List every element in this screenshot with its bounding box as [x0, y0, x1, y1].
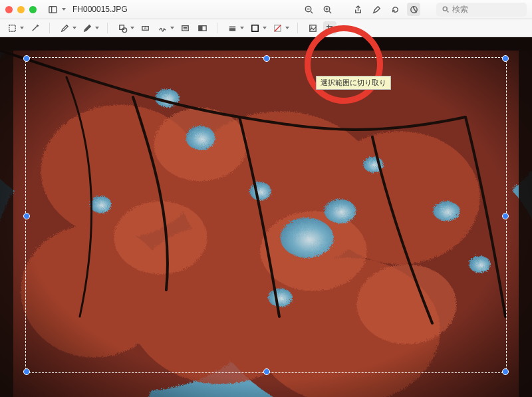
image-desc-icon: [308, 23, 318, 33]
signature-icon: [158, 23, 168, 33]
svg-line-6: [329, 11, 331, 13]
note-icon: [180, 23, 190, 33]
highlighter-icon: [372, 5, 382, 15]
svg-rect-0: [49, 6, 56, 12]
image-description-button[interactable]: [306, 21, 319, 35]
adjust-color-icon: [198, 23, 207, 33]
window-controls: [5, 6, 37, 13]
svg-line-11: [447, 11, 448, 12]
shapes-button[interactable]: [116, 21, 129, 35]
svg-rect-59: [0, 37, 532, 51]
share-icon: [353, 5, 363, 15]
svg-rect-61: [519, 37, 532, 397]
zoom-out-button[interactable]: [302, 3, 315, 16]
border-color-icon: [250, 23, 260, 33]
crop-button[interactable]: [323, 21, 336, 35]
svg-point-29: [311, 26, 312, 27]
separator: [107, 23, 108, 33]
svg-rect-25: [251, 25, 257, 31]
wand-icon: [30, 23, 40, 33]
image-canvas[interactable]: 選択範囲に切り取り: [0, 37, 532, 397]
highlight-button[interactable]: [370, 3, 383, 16]
chevron-down-icon[interactable]: [72, 27, 76, 29]
svg-point-14: [122, 28, 127, 33]
border-color-button[interactable]: [248, 21, 261, 35]
titlebar: FH000015.JPG 検索: [0, 0, 532, 19]
sketch-button[interactable]: [58, 21, 71, 35]
stroke-width-button[interactable]: [225, 21, 239, 35]
sidebar-icon: [48, 5, 58, 15]
sidebar-toggle-button[interactable]: [46, 3, 59, 16]
zoom-in-icon: [323, 5, 332, 15]
rotate-icon: [390, 5, 400, 15]
zoom-in-button[interactable]: [321, 3, 334, 16]
selection-rect-icon: [7, 23, 17, 33]
selection-tool-button[interactable]: [5, 21, 19, 35]
adjust-color-button[interactable]: [196, 21, 209, 35]
pen-icon: [82, 23, 92, 33]
chevron-down-icon[interactable]: [130, 27, 134, 29]
filename-label: FH000015.JPG: [72, 5, 128, 14]
fill-color-button[interactable]: [271, 21, 284, 35]
close-window-button[interactable]: [5, 6, 13, 13]
separator: [297, 23, 298, 33]
stroke-icon: [227, 23, 237, 33]
crop-icon: [325, 23, 335, 33]
minimize-window-button[interactable]: [17, 6, 25, 13]
pencil-icon: [60, 23, 70, 33]
sign-button[interactable]: [156, 21, 169, 35]
rotate-button[interactable]: [388, 3, 402, 16]
crop-tooltip: 選択範囲に切り取り: [316, 76, 391, 90]
fill-color-icon: [273, 23, 283, 33]
annotate-shape-button[interactable]: [178, 21, 192, 35]
separator: [49, 23, 50, 33]
share-button[interactable]: [351, 3, 364, 16]
text-icon: A: [140, 23, 150, 33]
chevron-down-icon[interactable]: [285, 27, 289, 29]
shapes-icon: [118, 23, 128, 33]
svg-line-3: [311, 11, 313, 13]
draw-button[interactable]: [80, 21, 94, 35]
markup-toolbar: A: [0, 19, 532, 37]
chevron-down-icon[interactable]: [263, 27, 267, 29]
text-button[interactable]: A: [138, 21, 152, 35]
svg-rect-58: [0, 37, 532, 397]
svg-rect-60: [0, 37, 13, 397]
markup-button[interactable]: [407, 3, 420, 16]
chevron-down-icon[interactable]: [95, 27, 99, 29]
fullscreen-window-button[interactable]: [29, 6, 37, 13]
separator: [217, 23, 217, 33]
svg-point-10: [443, 7, 447, 11]
search-field[interactable]: 検索: [436, 3, 527, 17]
svg-rect-12: [9, 25, 15, 31]
chevron-down-icon[interactable]: [62, 8, 66, 11]
chevron-down-icon[interactable]: [240, 27, 244, 29]
zoom-out-icon: [304, 5, 314, 15]
markup-icon: [409, 5, 419, 15]
svg-rect-21: [198, 25, 202, 31]
svg-rect-17: [182, 25, 188, 31]
svg-text:A: A: [144, 26, 146, 30]
search-placeholder: 検索: [452, 4, 468, 15]
search-icon: [442, 5, 450, 13]
photo-content: [0, 37, 532, 397]
chevron-down-icon[interactable]: [170, 27, 174, 29]
chevron-down-icon[interactable]: [20, 27, 24, 29]
instant-alpha-button[interactable]: [28, 21, 41, 35]
